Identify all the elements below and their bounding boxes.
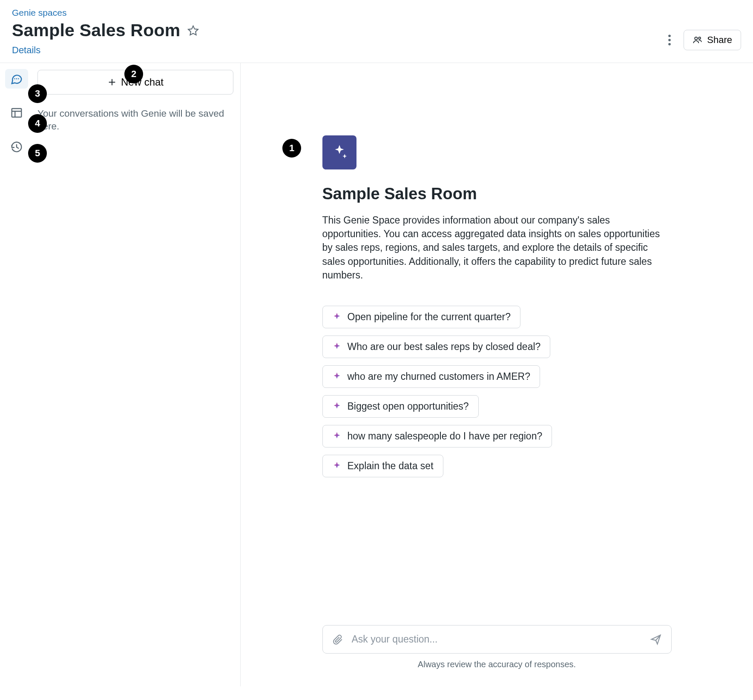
callout-4: 4 [28, 114, 47, 133]
nav-data-button[interactable] [5, 103, 28, 123]
paperclip-icon [332, 634, 343, 645]
prompt-chip[interactable]: how many salespeople do I have per regio… [322, 425, 552, 448]
conversations-panel: New chat Your conversations with Genie w… [33, 63, 241, 686]
svg-point-3 [668, 43, 671, 46]
chat-main: Sample Sales Room This Genie Space provi… [241, 63, 753, 686]
svg-point-2 [668, 39, 671, 41]
genie-avatar-tile [322, 135, 356, 169]
kebab-icon [668, 34, 671, 46]
space-title: Sample Sales Room [322, 185, 672, 203]
accuracy-disclaimer: Always review the accuracy of responses. [322, 660, 672, 669]
nav-history-button[interactable] [5, 137, 28, 157]
people-icon [693, 35, 703, 45]
share-button[interactable]: Share [684, 30, 741, 50]
sparkle-icon [332, 431, 342, 441]
history-icon [10, 141, 23, 153]
callout-3: 3 [28, 84, 47, 103]
prompt-chip[interactable]: Open pipeline for the current quarter? [322, 306, 521, 328]
nav-chat-button[interactable] [5, 69, 28, 89]
prompt-chip-label: Who are our best sales reps by closed de… [348, 341, 541, 353]
sparkle-icon [332, 312, 342, 321]
svg-point-7 [16, 78, 17, 80]
chat-input-bar [322, 625, 672, 654]
more-actions-button[interactable] [661, 31, 678, 49]
prompt-chip[interactable]: Biggest open opportunities? [322, 395, 479, 418]
space-description: This Genie Space provides information ab… [322, 213, 672, 282]
svg-point-1 [668, 34, 671, 37]
share-button-label: Share [707, 34, 732, 46]
callout-5: 5 [28, 144, 47, 163]
prompt-chip[interactable]: who are my churned customers in AMER? [322, 365, 540, 388]
prompt-chip-label: Open pipeline for the current quarter? [348, 311, 511, 323]
prompt-chip[interactable]: Who are our best sales reps by closed de… [322, 336, 551, 358]
star-icon [187, 25, 199, 36]
prompt-chip-label: Explain the data set [348, 460, 434, 472]
svg-point-6 [14, 78, 15, 80]
svg-rect-9 [12, 109, 22, 117]
page-header: Genie spaces Sample Sales Room Details S… [0, 0, 753, 63]
prompt-chip[interactable]: Explain the data set [322, 455, 443, 477]
favorite-star-button[interactable] [186, 24, 200, 37]
prompt-chip-label: how many salespeople do I have per regio… [348, 430, 543, 442]
table-icon [10, 106, 23, 119]
left-nav-rail [0, 63, 33, 686]
svg-point-5 [698, 37, 701, 39]
prompt-chip-label: who are my churned customers in AMER? [348, 371, 531, 382]
conversations-empty-note: Your conversations with Genie will be sa… [37, 107, 233, 133]
suggested-prompts: Open pipeline for the current quarter? W… [322, 306, 672, 477]
breadcrumb-link[interactable]: Genie spaces [12, 8, 66, 18]
page-title: Sample Sales Room [12, 20, 180, 40]
sparkle-icon [332, 372, 342, 381]
callout-2: 2 [124, 65, 143, 83]
svg-point-8 [18, 78, 19, 80]
details-link[interactable]: Details [12, 45, 40, 56]
chat-icon [10, 72, 23, 85]
sparkle-icon [332, 342, 342, 351]
prompt-chip-label: Biggest open opportunities? [348, 401, 469, 412]
svg-point-4 [695, 37, 697, 40]
plus-icon [107, 77, 117, 87]
callout-1: 1 [282, 139, 301, 158]
send-button[interactable] [650, 634, 662, 645]
sparkle-icon [332, 461, 342, 470]
attach-button[interactable] [332, 634, 343, 645]
chat-input[interactable] [351, 633, 642, 645]
sparkle-icon [331, 143, 348, 161]
svg-marker-0 [188, 26, 198, 35]
sparkle-icon [332, 402, 342, 411]
send-icon [650, 634, 662, 645]
